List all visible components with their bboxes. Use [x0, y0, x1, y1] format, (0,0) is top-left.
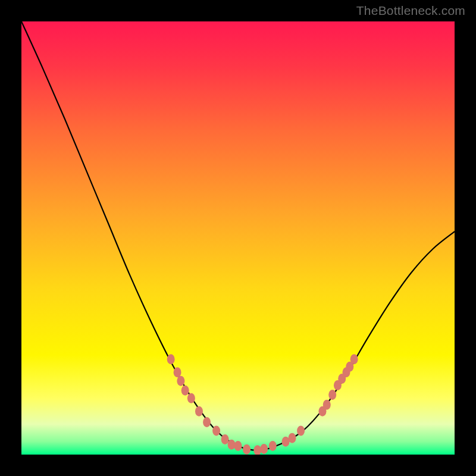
marker-dot [181, 386, 189, 396]
marker-dot [228, 440, 236, 450]
marker-dot [221, 434, 229, 444]
marker-dot [177, 376, 184, 386]
marker-dot [187, 393, 195, 403]
chart-background [21, 21, 455, 455]
marker-dot [174, 367, 181, 377]
chart-svg [21, 21, 455, 455]
marker-dot [243, 444, 250, 455]
marker-dot [195, 406, 203, 416]
chart-frame [21, 21, 455, 455]
marker-dot [212, 425, 220, 436]
marker-dot [289, 433, 296, 443]
marker-dot [203, 417, 211, 427]
marker-dot [260, 444, 268, 454]
marker-dot [350, 354, 358, 364]
marker-dot [167, 354, 175, 364]
marker-dot [269, 441, 277, 451]
marker-dot [297, 425, 305, 436]
marker-dot [328, 390, 336, 400]
marker-dot [234, 441, 242, 451]
marker-dot [323, 400, 331, 410]
watermark-text: TheBottleneck.com [356, 4, 465, 18]
